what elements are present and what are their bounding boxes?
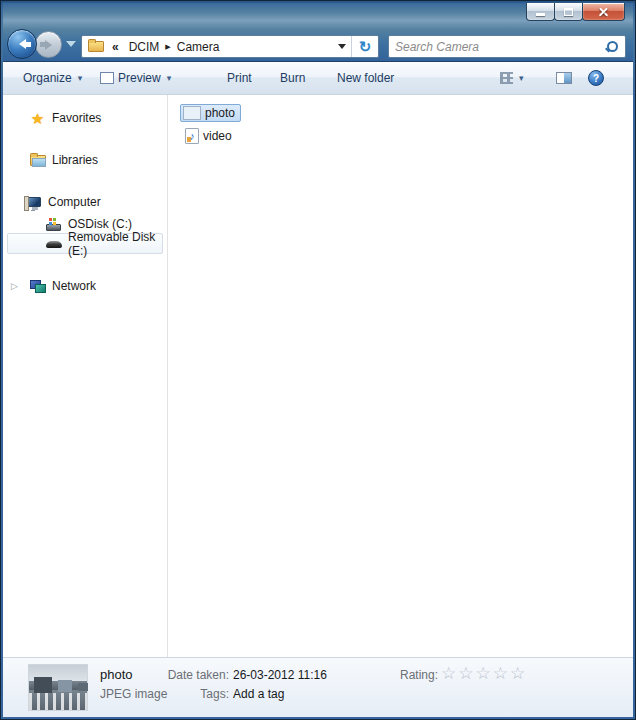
file-name-label: video: [203, 129, 232, 143]
organize-label: Organize: [23, 71, 72, 85]
breadcrumb-segment-camera[interactable]: Camera: [173, 40, 224, 54]
rating-star-icon[interactable]: ☆: [441, 664, 458, 683]
breadcrumb-segment-dcim[interactable]: DCIM: [125, 40, 164, 54]
chevron-down-icon: ▾: [167, 73, 172, 83]
help-icon: ?: [588, 70, 604, 86]
tags-value[interactable]: Add a tag: [233, 687, 284, 701]
file-item-video[interactable]: ♪ video: [182, 126, 238, 146]
burn-button[interactable]: Burn: [280, 71, 305, 85]
minimize-button[interactable]: [526, 3, 555, 21]
address-dropdown-button[interactable]: [333, 36, 351, 57]
explorer-window: « DCIM ▶ Camera ↻ Organize ▾ Previ: [0, 0, 636, 720]
rating-label: Rating:: [400, 668, 438, 682]
address-bar[interactable]: « DCIM ▶ Camera ↻: [81, 35, 379, 58]
expander-icon[interactable]: ▷: [11, 281, 18, 291]
organize-button[interactable]: Organize ▾: [23, 71, 82, 85]
file-thumbnail: [28, 664, 88, 711]
search-box: [388, 35, 626, 58]
sidebar-item-removable-disk-e[interactable]: Removable Disk (E:): [45, 234, 167, 254]
maximize-button[interactable]: [554, 3, 583, 21]
recent-pages-dropdown[interactable]: [66, 41, 76, 47]
libraries-icon: [29, 152, 46, 168]
rating-star-icon[interactable]: ☆: [510, 664, 527, 683]
folder-icon[interactable]: [88, 41, 104, 52]
sidebar-item-computer[interactable]: Computer: [25, 192, 101, 212]
file-name-label: photo: [205, 106, 235, 120]
back-arrow-icon: [14, 39, 31, 49]
tags-label: Tags:: [143, 687, 229, 701]
star-icon: ★: [29, 110, 46, 126]
date-taken-value[interactable]: 26-03-2012 11:16: [233, 668, 327, 682]
sidebar-item-label: Network: [52, 279, 96, 293]
window-controls: [527, 3, 625, 21]
details-file-name: photo: [100, 667, 133, 682]
preview-label: Preview: [118, 71, 161, 85]
sidebar-item-label: Favorites: [52, 111, 101, 125]
window-chrome: « DCIM ▶ Camera ↻: [3, 3, 633, 62]
print-button[interactable]: Print: [227, 71, 252, 85]
details-pane: photo JPEG image Date taken: 26-03-2012 …: [3, 657, 633, 717]
file-list[interactable]: photo ♪ video: [167, 95, 633, 657]
preview-pane-icon: [556, 72, 572, 84]
views-grid-icon: [500, 72, 513, 84]
change-view-button[interactable]: ▾: [500, 72, 524, 84]
back-button[interactable]: [7, 29, 37, 59]
forward-button[interactable]: [35, 31, 62, 58]
close-button[interactable]: [582, 3, 625, 21]
refresh-button[interactable]: ↻: [351, 36, 378, 57]
new-folder-button[interactable]: New folder: [337, 71, 394, 85]
maximize-icon: [564, 8, 573, 16]
breadcrumb: « DCIM ▶ Camera: [82, 36, 333, 57]
file-item-photo[interactable]: photo: [180, 104, 241, 122]
chevron-down-icon: ▾: [78, 73, 83, 83]
sidebar-item-label: Removable Disk (E:): [68, 230, 167, 258]
media-file-icon: ♪: [185, 128, 199, 144]
sidebar-item-label: OSDisk (C:): [68, 217, 132, 231]
rating-star-icon[interactable]: ☆: [493, 664, 510, 683]
removable-drive-icon: [45, 236, 62, 252]
sidebar-item-libraries[interactable]: Libraries: [29, 150, 98, 170]
breadcrumb-overflow-chevron[interactable]: «: [112, 40, 119, 54]
computer-icon: [25, 194, 42, 210]
close-icon: [598, 6, 609, 17]
chevron-down-icon: ▾: [519, 73, 524, 83]
search-input[interactable]: [389, 40, 603, 54]
minimize-icon: [536, 13, 545, 16]
rating-star-icon[interactable]: ☆: [458, 664, 475, 683]
chevron-down-icon: [338, 44, 346, 49]
preview-pane-toggle[interactable]: [556, 72, 572, 84]
date-taken-label: Date taken:: [143, 668, 229, 682]
burn-label: Burn: [280, 71, 305, 85]
sidebar-item-network[interactable]: Network: [29, 276, 96, 296]
preview-icon: [100, 72, 114, 84]
sidebar-item-favorites[interactable]: ★ Favorites: [29, 108, 101, 128]
sidebar-item-label: Libraries: [52, 153, 98, 167]
refresh-icon: ↻: [359, 38, 372, 56]
forward-arrow-icon: [40, 40, 57, 50]
rating-star-icon[interactable]: ☆: [476, 664, 493, 683]
network-icon: [29, 278, 46, 294]
sidebar-item-label: Computer: [48, 195, 101, 209]
new-folder-label: New folder: [337, 71, 394, 85]
image-file-icon: [183, 106, 201, 120]
print-label: Print: [227, 71, 252, 85]
help-button[interactable]: ?: [588, 70, 604, 86]
breadcrumb-separator-icon[interactable]: ▶: [163, 43, 172, 51]
command-toolbar: Organize ▾ Preview ▾ Print Burn New fold…: [3, 62, 633, 95]
rating-stars: ☆☆☆☆☆: [441, 663, 527, 684]
search-icon[interactable]: [603, 39, 619, 55]
navigation-sidebar: ★ Favorites Libraries Computer OSDisk (C…: [3, 95, 167, 657]
hard-drive-icon: [45, 216, 62, 232]
preview-button[interactable]: Preview ▾: [100, 71, 171, 85]
main-area: ★ Favorites Libraries Computer OSDisk (C…: [3, 95, 633, 657]
